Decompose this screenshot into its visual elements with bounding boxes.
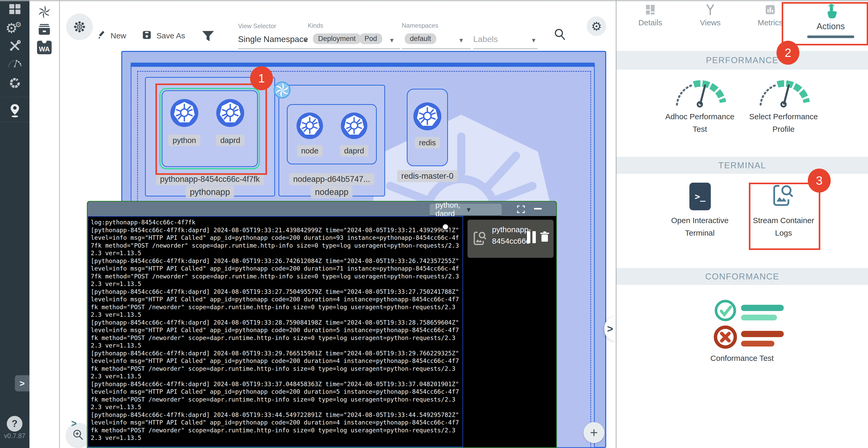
stream-logs-icon [472, 230, 488, 247]
terminal-log-header: log:pythonapp-8454cc66c-4f7fk [91, 219, 460, 227]
help-icon[interactable]: ? [7, 416, 23, 431]
kanvas-pin-icon[interactable] [7, 103, 22, 118]
annotation-box-1 [155, 84, 267, 175]
save-as-button[interactable]: Save As [156, 31, 185, 40]
dapr-spiral-icon[interactable] [273, 81, 291, 99]
kinds-caret-icon[interactable]: ▾ [390, 36, 394, 44]
session-name: pythonapp- 8454cc66c [492, 224, 531, 247]
container-daprd-icon[interactable] [340, 112, 368, 140]
version-label: v0.7.87 [0, 432, 29, 440]
mesh-donut-icon[interactable] [7, 76, 22, 90]
annotation-badge-3: 3 [808, 169, 831, 192]
metrics-icon [764, 4, 776, 16]
kinds-label: Kinds [308, 22, 323, 29]
lifecycle-gears-icon[interactable]: ⚙⚙ [5, 20, 24, 36]
deployment-box-titlebar [131, 63, 594, 67]
container-label: node [297, 145, 323, 156]
plus-icon: + [590, 425, 598, 441]
pod-name-label: pythonapp-8454cc66c-4f7fk [156, 173, 264, 185]
fullscreen-icon[interactable] [517, 205, 525, 214]
views-icon [704, 4, 716, 16]
section-terminal: TERMINAL [616, 157, 868, 174]
annotation-box-3 [749, 183, 820, 250]
log-search-icon[interactable] [441, 222, 452, 234]
terminal-log-lines: [pythonapp-8454cc66c-4f7fk:daprd] 2024-0… [91, 227, 460, 442]
terminal-container-select-value: python, daprd [435, 201, 467, 218]
pod-name-label: redis-master-0 [397, 170, 458, 182]
settings-button[interactable]: ⚙ [587, 17, 606, 36]
container-redis-icon[interactable] [412, 101, 442, 131]
spiral-logo-icon[interactable] [37, 4, 52, 20]
conformance-icon[interactable] [705, 295, 794, 350]
labels-caret-icon[interactable]: ▾ [532, 36, 535, 44]
wasm-icon[interactable]: WA [37, 41, 52, 54]
select-performance-profile[interactable]: Select Performance [749, 112, 818, 121]
new-pencil-icon[interactable] [96, 30, 107, 40]
terminal-log[interactable]: log:pythonapp-8454cc66c-4f7fk [pythonapp… [88, 216, 463, 447]
container-label: redis [414, 137, 440, 148]
tray-icon[interactable] [37, 22, 52, 37]
configuration-tools-icon[interactable] [7, 39, 22, 53]
adhoc-performance-test[interactable]: Adhoc Performance [665, 112, 734, 121]
container-label: daprd [340, 145, 368, 156]
terminal-session-panel: pythonapp- 8454cc66c [464, 216, 556, 447]
save-as-icon[interactable] [142, 30, 152, 40]
performance-gauge-icon[interactable] [7, 56, 22, 70]
terminal-titlebar[interactable]: python, daprd ▾ [88, 202, 556, 216]
namespaces-label: Namespaces [402, 22, 438, 29]
filter-funnel-icon[interactable] [201, 29, 215, 44]
group-name-label: pythonapp [186, 186, 234, 198]
annotation-box-2 [782, 2, 868, 46]
new-button[interactable]: New [111, 31, 126, 40]
gear-icon: ⚙ [591, 19, 602, 33]
plugin-column: WA > [29, 0, 60, 448]
kubernetes-menu-button[interactable] [66, 13, 93, 40]
left-rail: ⚙⚙ > ? v0.7.87 [0, 0, 29, 448]
group-name-label: nodeapp [311, 186, 352, 198]
terminal-prompt-icon[interactable]: >_ [689, 183, 711, 210]
rail-expand-button[interactable]: > [15, 375, 29, 391]
namespace-chip-default[interactable]: default [405, 33, 436, 44]
search-icon[interactable] [553, 27, 567, 42]
add-button[interactable]: + [584, 422, 604, 443]
kubernetes-wheel-icon [73, 20, 86, 34]
conformance-test[interactable]: Conformance Test [711, 354, 774, 363]
trash-icon[interactable] [538, 230, 551, 244]
labels-select[interactable]: Labels [473, 34, 498, 44]
adhoc-gauge-icon[interactable] [673, 78, 727, 109]
annotation-badge-1: 1 [250, 66, 273, 90]
view-selector-caret-icon[interactable]: ▾ [304, 36, 308, 44]
zoom-in-icon [72, 428, 85, 442]
session-entry[interactable]: pythonapp- 8454cc66c [467, 220, 554, 258]
kind-chip-pod[interactable]: Pod [359, 33, 382, 44]
section-conformance: CONFORMANCE [616, 268, 868, 285]
kind-chip-deployment[interactable]: Deployment [313, 33, 361, 44]
details-grid-icon [644, 4, 656, 16]
right-panel: Details Views Metrics Actions 2 PERFORMA… [616, 0, 868, 448]
pause-icon[interactable] [527, 231, 530, 243]
view-selector-select[interactable]: Single Namespace [238, 34, 308, 44]
pod-name-label: nodeapp-d64b5747... [289, 173, 374, 185]
column-expand-icon[interactable]: > [71, 417, 76, 429]
terminal-window: python, daprd ▾ log:pythonapp-8454cc66c-… [87, 201, 557, 448]
terminal-select-caret-icon: ▾ [467, 205, 498, 214]
tab-details[interactable]: Details [622, 4, 679, 27]
minimize-icon[interactable] [534, 208, 542, 210]
namespaces-caret-icon[interactable]: ▾ [459, 36, 463, 44]
profile-gauge-icon[interactable] [756, 78, 811, 109]
view-selector-label: View Selector [238, 23, 276, 30]
annotation-badge-2: 2 [776, 41, 799, 65]
terminal-container-select[interactable]: python, daprd ▾ [430, 204, 502, 216]
section-performance: PERFORMANCE [616, 51, 868, 70]
tab-views[interactable]: Views [682, 4, 739, 27]
container-node-icon[interactable] [296, 112, 324, 140]
open-interactive-terminal[interactable]: Open Interactive [671, 216, 728, 225]
dashboard-icon[interactable] [7, 2, 22, 17]
